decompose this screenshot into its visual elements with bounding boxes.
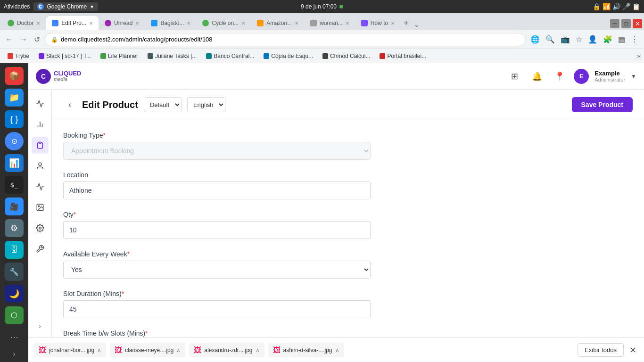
slot-duration-input[interactable] — [63, 300, 371, 318]
desktop-app-files[interactable]: 📁 — [5, 89, 24, 107]
bookmark-trybe[interactable]: Trybe — [4, 52, 33, 60]
booking-type-label: Booking Type* — [63, 132, 371, 139]
language-select[interactable]: English — [187, 97, 225, 112]
maximize-button[interactable]: □ — [621, 19, 631, 28]
desktop-app-git[interactable]: ⬡ — [5, 306, 24, 324]
product-form: Booking Type* Appointment Booking Locati… — [52, 120, 382, 337]
desktop-app-settings[interactable]: ⚙ — [5, 219, 24, 237]
desktop-app-chrome[interactable]: ⊙ — [5, 132, 24, 150]
taskbar-chevron[interactable]: ▼ — [90, 4, 94, 9]
tab-bagisto-close[interactable]: ✕ — [187, 21, 190, 26]
nav-item-settings[interactable] — [32, 220, 49, 237]
tab-edit-pro-close[interactable]: ✕ — [89, 21, 93, 26]
reload-button[interactable]: ↺ — [32, 33, 42, 46]
location-label: Location — [63, 171, 371, 179]
desktop-app-apps[interactable]: ⋯ — [5, 328, 24, 346]
extensions-button[interactable]: 🧩 — [601, 33, 614, 46]
bookmark-juliane[interactable]: Juliane Tasks |... — [144, 52, 200, 60]
nav-item-catalog[interactable] — [32, 137, 49, 154]
bookmark-life-planner[interactable]: Life Planner — [97, 52, 142, 60]
tab-woman[interactable]: woman... ✕ — [305, 16, 355, 30]
desktop-app-store[interactable]: 📦 — [5, 67, 24, 85]
download-chevron-3[interactable]: ∧ — [256, 347, 260, 354]
address-bar[interactable]: 🔒 demo.cliquedtest2.com/admin/catalog/pr… — [45, 33, 526, 46]
forward-button[interactable]: → — [18, 33, 29, 46]
bookmark-copia[interactable]: Cópia de Esqu... — [260, 52, 317, 60]
desktop-app-db[interactable]: 🗄 — [5, 241, 24, 259]
menu-button[interactable]: ⋮ — [629, 33, 640, 46]
download-chevron-2[interactable]: ∧ — [176, 347, 181, 354]
minimize-button[interactable]: ─ — [610, 19, 619, 28]
cast-button[interactable]: 📺 — [559, 33, 572, 46]
desktop-app-charts[interactable]: 📊 — [5, 154, 24, 172]
desktop-app-dev[interactable]: 🔧 — [5, 263, 24, 280]
tab-cycle[interactable]: Cycle on... ✕ — [197, 16, 251, 30]
tab-woman-close[interactable]: ✕ — [346, 21, 349, 26]
nav-item-tools[interactable] — [32, 240, 49, 257]
nav-item-customers[interactable] — [32, 157, 49, 174]
download-item-3[interactable]: 🖼 alexandru-zdr....jpg ∧ — [189, 343, 264, 357]
nav-item-marketing[interactable] — [32, 178, 49, 195]
tab-howto-close[interactable]: ✕ — [391, 21, 395, 26]
location-input[interactable] — [63, 181, 371, 199]
desktop-app-terminal[interactable]: $_ — [5, 176, 24, 194]
available-every-week-select[interactable]: Yes No — [63, 261, 371, 279]
bookmark-banco[interactable]: Banco Central... — [202, 52, 258, 60]
bell-icon-button[interactable]: 🔔 — [528, 68, 545, 85]
grid-icon-button[interactable]: ⊞ — [506, 68, 523, 85]
slot-duration-label: Slot Duration (Mins)* — [63, 290, 371, 297]
download-item-4[interactable]: 🖼 ashim-d-silva-....jpg ∧ — [268, 343, 344, 357]
activities-label[interactable]: Atividades — [4, 3, 30, 10]
booking-type-select[interactable]: Appointment Booking — [63, 142, 371, 160]
tab-doctor[interactable]: Doctor ✕ — [2, 16, 46, 30]
bookmark-chmod[interactable]: Chmod Calcul... — [319, 52, 374, 60]
nav-expand-button[interactable]: › — [32, 321, 49, 332]
search-button[interactable]: 🔍 — [544, 33, 557, 46]
tab-amazon[interactable]: Amazon... ✕ — [251, 16, 304, 30]
tab-unread[interactable]: Unread ✕ — [99, 16, 145, 30]
nav-item-analytics[interactable] — [32, 95, 49, 112]
tab-edit-pro[interactable]: Edit Pro... ✕ — [46, 16, 99, 30]
desktop-app-zoom[interactable]: 🎥 — [5, 197, 24, 215]
svg-point-7 — [39, 227, 41, 230]
store-select[interactable]: Default — [144, 97, 182, 112]
qty-input[interactable] — [63, 221, 371, 239]
download-item-2[interactable]: 🖼 clarisse-meye....jpg ∧ — [110, 343, 185, 357]
bookmark-portal[interactable]: Portal brasilei... — [376, 52, 430, 60]
download-chevron-1[interactable]: ∧ — [97, 347, 101, 354]
translate-button[interactable]: 🌐 — [528, 33, 542, 46]
browser-window: Doctor ✕ Edit Pro... ✕ Unread ✕ Bagisto.… — [0, 13, 644, 362]
bookmark-slack[interactable]: Slack | sd-17 | T... — [35, 52, 95, 60]
profile-button[interactable]: 👤 — [586, 33, 599, 46]
tab-unread-close[interactable]: ✕ — [135, 21, 139, 26]
nav-item-chart[interactable] — [32, 116, 49, 133]
save-product-button[interactable]: Save Product — [572, 97, 633, 112]
download-item-1[interactable]: 🖼 jonathan-bor....jpg ∧ — [34, 343, 106, 357]
nav-item-media[interactable] — [32, 199, 49, 216]
download-chevron-4[interactable]: ∧ — [335, 347, 339, 354]
bookmark-trybe-label: Trybe — [15, 53, 29, 59]
user-dropdown-button[interactable]: ▼ — [631, 73, 636, 80]
show-all-downloads-button[interactable]: Exibir todos — [578, 343, 624, 357]
qty-label: Qty* — [63, 211, 371, 218]
close-window-button[interactable]: ✕ — [633, 19, 642, 28]
logo-text-top: CLIQUED — [54, 70, 82, 77]
back-to-products-button[interactable]: ‹ — [63, 98, 76, 111]
bookmark-button[interactable]: ☆ — [574, 33, 584, 46]
back-button[interactable]: ← — [4, 33, 15, 46]
tab-howto[interactable]: How to ✕ — [355, 16, 400, 30]
bookmarks-more[interactable]: » — [637, 53, 640, 59]
tab-amazon-close[interactable]: ✕ — [295, 21, 298, 26]
tab-doctor-close[interactable]: ✕ — [36, 21, 40, 26]
tab-bagisto[interactable]: Bagisto... ✕ — [145, 16, 196, 30]
tab-overflow-button[interactable]: ⌄ — [412, 21, 421, 28]
location-icon-button[interactable]: 📍 — [551, 68, 568, 85]
sidebar-toggle[interactable]: ▤ — [616, 33, 627, 46]
cms-header: C CLIQUED media ⊞ 🔔 📍 E Exa — [28, 63, 644, 90]
desktop-app-vscode[interactable]: { } — [5, 110, 24, 128]
close-download-bar-button[interactable]: ✕ — [627, 343, 638, 357]
desktop-app-expand[interactable]: › — [13, 350, 15, 358]
new-tab-button[interactable]: + — [401, 18, 412, 28]
desktop-app-moon[interactable]: 🌙 — [5, 285, 24, 303]
tab-cycle-close[interactable]: ✕ — [241, 21, 245, 26]
